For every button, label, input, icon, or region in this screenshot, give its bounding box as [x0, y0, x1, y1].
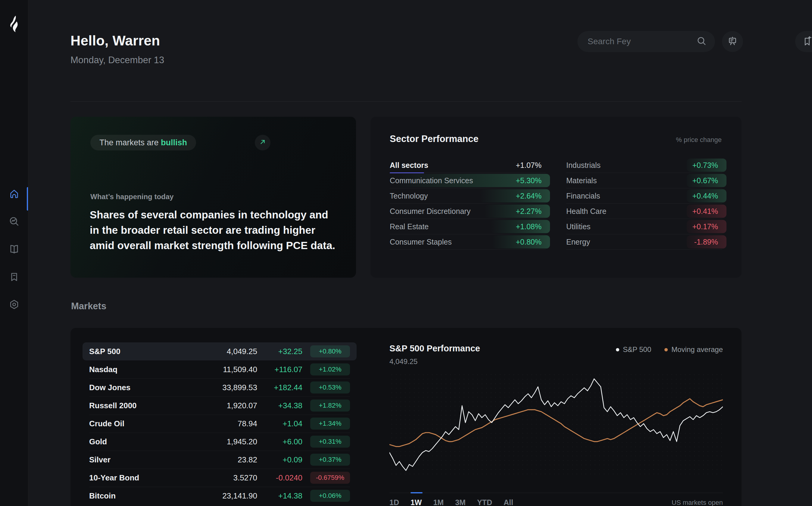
- legend-item: Moving average: [664, 345, 723, 354]
- sector-row: Technology +2.64%: [390, 188, 546, 204]
- market-row[interactable]: Dow Jones 33,899.53 +182.44 +0.53%: [82, 378, 357, 397]
- market-change: +0.09: [257, 455, 302, 465]
- market-value: 1,920.07: [200, 401, 257, 410]
- range-tab[interactable]: 1D: [390, 498, 399, 506]
- sector-column-right: Industrials +0.73% Materials +0.67% Fina…: [566, 158, 722, 250]
- market-row[interactable]: Bitcoin 23,141.90 +14.38 +0.06%: [82, 487, 357, 505]
- market-value: 3.5270: [200, 473, 257, 483]
- sector-value: +2.64%: [516, 192, 546, 200]
- range-tab[interactable]: All: [503, 498, 513, 506]
- sector-label: Real Estate: [390, 222, 428, 231]
- chart-title: S&P 500 Performance: [390, 344, 480, 353]
- range-tab[interactable]: 1W: [410, 498, 422, 506]
- sector-label: Utilities: [566, 222, 591, 231]
- sentiment-status: bullish: [161, 138, 187, 147]
- sector-label: Materials: [566, 176, 597, 185]
- market-row[interactable]: 10-Year Bond 3.5270 -0.0240 -0.6759%: [82, 469, 357, 487]
- market-pct-badge: +1.34%: [310, 418, 350, 430]
- market-name: Gold: [89, 437, 200, 446]
- hero-eyebrow: What’s happening today: [90, 192, 174, 201]
- saved-items-button[interactable]: [795, 31, 812, 52]
- market-change: +6.00: [257, 437, 302, 446]
- chart-line-s&p-500: [390, 379, 723, 471]
- market-row[interactable]: Nasdaq 11,509.40 +116.07 +1.02%: [82, 360, 357, 378]
- market-pct-badge: +1.02%: [310, 363, 350, 375]
- sidebar-item-screener[interactable]: [9, 216, 19, 227]
- sector-row: Health Care +0.41%: [566, 204, 722, 219]
- screener-search-icon: [9, 223, 19, 228]
- sector-label: Technology: [390, 192, 428, 200]
- legend-dot-icon: [664, 348, 668, 351]
- range-tabs: 1D1W1M3MYTDAll: [390, 498, 513, 506]
- market-pct-badge: +0.06%: [310, 490, 350, 502]
- sector-row: Energy -1.89%: [566, 234, 722, 250]
- market-row[interactable]: S&P 500 4,049.25 +32.25 +0.80%: [82, 342, 357, 360]
- legend-label: Moving average: [671, 345, 723, 354]
- sector-label: Consumer Staples: [390, 238, 452, 246]
- sidebar-item-news[interactable]: [9, 244, 19, 254]
- range-tab[interactable]: YTD: [477, 498, 492, 506]
- sector-row: Financials +0.44%: [566, 188, 722, 204]
- market-change: -0.0240: [257, 473, 302, 483]
- market-row[interactable]: Gold 1,945.20 +6.00 +0.31%: [82, 433, 357, 451]
- sidebar-item-bookmarks[interactable]: [9, 271, 19, 282]
- sidebar-nav: [0, 188, 28, 310]
- market-row[interactable]: Silver 23.82 +0.09 +0.37%: [82, 451, 357, 469]
- sector-value: +0.17%: [692, 222, 723, 231]
- market-change: +1.04: [257, 419, 302, 428]
- sentiment-open-button[interactable]: [255, 135, 270, 150]
- sector-label: Consumer Discretionary: [390, 207, 470, 216]
- sector-row: Materials +0.67%: [566, 173, 722, 188]
- sidebar-item-home[interactable]: [9, 188, 19, 199]
- legend-dot-icon: [616, 348, 619, 351]
- market-row[interactable]: Russell 2000 1,920.07 +34.38 +1.82%: [82, 397, 357, 415]
- bookmark-add-icon: [802, 35, 812, 48]
- sector-row: Industrials +0.73%: [566, 158, 722, 173]
- market-name: Dow Jones: [89, 383, 200, 392]
- markets-card: S&P 500 4,049.25 +32.25 +0.80% Nasdaq 11…: [70, 328, 742, 506]
- sector-unit-label: % price change: [676, 136, 722, 144]
- market-name: Crude Oil: [89, 419, 200, 428]
- bookmarks-icon: [9, 278, 19, 283]
- presentation-board-button[interactable]: [722, 31, 743, 52]
- market-pct-badge: -0.6759%: [310, 472, 350, 484]
- market-pct-badge: +0.80%: [310, 345, 350, 357]
- market-name: Nasdaq: [89, 365, 200, 374]
- market-pct-badge: +0.37%: [310, 454, 350, 466]
- sector-label: All sectors: [390, 161, 428, 170]
- chart-line-moving-average: [390, 399, 723, 446]
- market-pct-badge: +0.31%: [310, 436, 350, 448]
- sector-row: Utilities +0.17%: [566, 219, 722, 234]
- range-tab[interactable]: 1M: [433, 498, 444, 506]
- market-change: +32.25: [257, 347, 302, 356]
- chart-plot-area[interactable]: [390, 372, 723, 477]
- sidebar-item-settings[interactable]: [9, 299, 19, 310]
- sector-value: -1.89%: [694, 238, 722, 246]
- market-value: 4,049.25: [200, 347, 257, 356]
- market-change: +116.07: [257, 365, 302, 374]
- markets-table: S&P 500 4,049.25 +32.25 +0.80% Nasdaq 11…: [82, 342, 357, 505]
- search-input[interactable]: [588, 37, 696, 46]
- market-row[interactable]: Crude Oil 78.94 +1.04 +1.34%: [82, 415, 357, 433]
- market-name: 10-Year Bond: [89, 473, 200, 483]
- sector-value: +1.07%: [516, 161, 546, 170]
- all-sectors-row[interactable]: All sectors +1.07%: [390, 158, 546, 173]
- market-value: 23.82: [200, 455, 257, 465]
- sector-card-title: Sector Performance: [390, 134, 479, 144]
- market-pct-badge: +0.53%: [310, 382, 350, 394]
- range-tab[interactable]: 3M: [455, 498, 466, 506]
- chart-legend: S&P 500 Moving average: [616, 345, 723, 354]
- sector-value: +0.67%: [692, 176, 723, 185]
- fey-logo-icon: [8, 16, 20, 31]
- sector-value: +0.73%: [692, 161, 723, 170]
- sp500-chart-panel: S&P 500 Performance 4,049.25 S&P 500 Mov…: [390, 328, 742, 506]
- market-name: Bitcoin: [89, 491, 200, 501]
- page-title: Hello, Warren: [70, 32, 160, 49]
- market-change: +14.38: [257, 491, 302, 501]
- markets-heading: Markets: [71, 301, 106, 312]
- sector-label: Communication Services: [390, 176, 473, 185]
- chart-footer: 1D1W1M3MYTDAll US markets open: [390, 493, 723, 506]
- search-bar[interactable]: [578, 31, 715, 52]
- sentiment-pill[interactable]: The markets are bullish: [90, 135, 196, 150]
- settings-icon: [9, 306, 19, 311]
